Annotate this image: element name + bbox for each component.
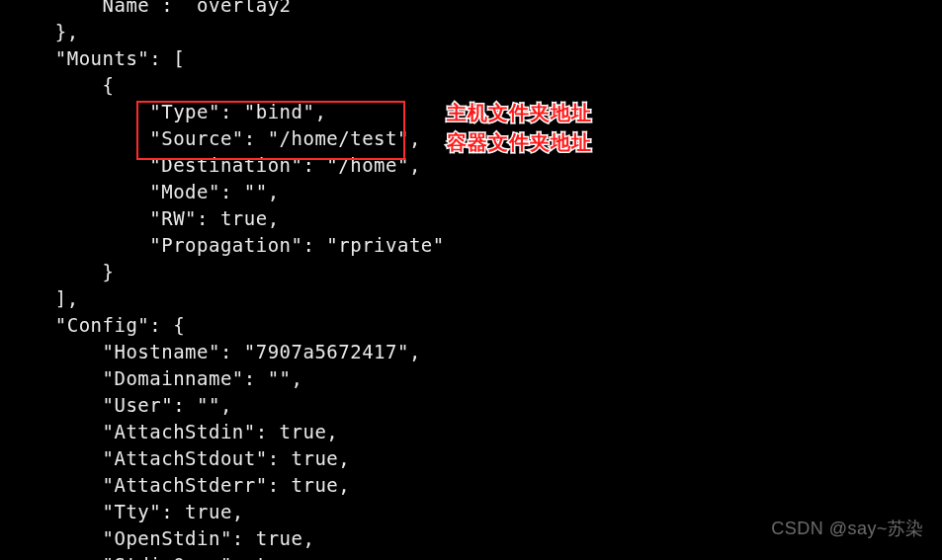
code-line: "Type": "bind", <box>8 101 326 122</box>
code-line: "Domainname": "", <box>8 367 302 389</box>
code-line: "AttachStdout": true, <box>8 447 350 469</box>
watermark: CSDN @say~苏染 <box>771 517 924 540</box>
code-line: } <box>8 261 114 282</box>
code-line: }, <box>8 21 79 42</box>
code-line: "Mounts": [ <box>8 47 185 69</box>
code-line: "Hostname": "7907a5672417", <box>8 341 421 362</box>
code-line: "Tty": true, <box>8 501 244 522</box>
code-line: "StdinOnce": true, <box>8 554 314 560</box>
code-line: Name : overlay2 <box>8 0 292 16</box>
annotation-host-folder: 主机文件夹地址 <box>447 100 592 126</box>
code-line: "Propagation": "rprivate" <box>8 234 445 256</box>
code-line: { <box>8 74 114 96</box>
code-line: "Destination": "/home", <box>8 154 421 176</box>
code-line: "Source": "/home/test", <box>8 127 421 149</box>
code-line: "Config": { <box>8 314 185 336</box>
code-line: "User": "", <box>8 394 232 416</box>
code-line: "AttachStdin": true, <box>8 421 338 442</box>
json-output: Name : overlay2 }, "Mounts": [ { "Type":… <box>8 0 940 560</box>
code-line: "AttachStderr": true, <box>8 474 350 496</box>
code-line: "Mode": "", <box>8 181 280 202</box>
code-line: "OpenStdin": true, <box>8 527 314 549</box>
code-line: "RW": true, <box>8 207 280 229</box>
code-line: ], <box>8 287 79 309</box>
annotation-container-folder: 容器文件夹地址 <box>447 129 592 156</box>
